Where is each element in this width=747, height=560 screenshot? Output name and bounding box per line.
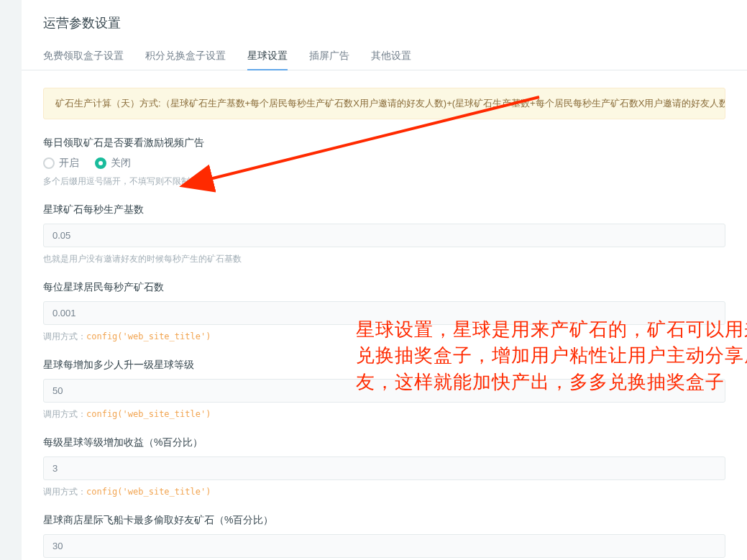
radio-off[interactable]: 关闭 <box>95 157 131 170</box>
field-ore-base: 星球矿石每秒生产基数 也就是用户没有邀请好友的时候每秒产生的矿石基数 <box>43 203 725 265</box>
help-text: 多个后缀用逗号隔开，不填写则不限制类型 <box>43 175 725 188</box>
tab-bar: 免费领取盒子设置 积分兑换盒子设置 星球设置 插屏广告 其他设置 <box>22 42 747 70</box>
ore-base-input[interactable] <box>43 224 725 247</box>
field-label: 星球商店星际飞船卡最多偷取好友矿石（%百分比） <box>43 514 725 527</box>
page-panel: 运营参数设置 免费领取盒子设置 积分兑换盒子设置 星球设置 插屏广告 其他设置 … <box>22 0 747 560</box>
field-label: 星球每增加多少人升一级星球等级 <box>43 359 725 372</box>
field-label: 每级星球等级增加收益（%百分比） <box>43 436 725 449</box>
radio-label: 开启 <box>59 157 79 170</box>
field-level-bonus: 每级星球等级增加收益（%百分比） 调用方式：config('web_site_t… <box>43 436 725 498</box>
help-text: 也就是用户没有邀请好友的时候每秒产生的矿石基数 <box>43 253 725 265</box>
form-content: 矿石生产计算（天）方式:（星球矿石生产基数+每个居民每秒生产矿石数X用户邀请的好… <box>22 70 747 560</box>
help-text: 调用方式：config('web_site_title') <box>43 408 725 421</box>
tab-points-box[interactable]: 积分兑换盒子设置 <box>145 42 226 70</box>
resident-ore-input[interactable] <box>43 301 725 325</box>
steal-max-input[interactable] <box>43 534 725 558</box>
tab-planet[interactable]: 星球设置 <box>247 42 288 70</box>
level-bonus-input[interactable] <box>43 456 725 480</box>
tab-free-box[interactable]: 免费领取盒子设置 <box>43 42 124 70</box>
radio-label: 关闭 <box>111 157 131 170</box>
ore-formula-alert: 矿石生产计算（天）方式:（星球矿石生产基数+每个居民每秒生产矿石数X用户邀请的好… <box>43 88 725 119</box>
tab-other[interactable]: 其他设置 <box>371 42 411 70</box>
field-steal-max: 星球商店星际飞船卡最多偷取好友矿石（%百分比） 所有飞船卡合计总百分比 <box>43 514 725 560</box>
field-planet-level: 星球每增加多少人升一级星球等级 调用方式：config('web_site_ti… <box>43 359 725 421</box>
page-title: 运营参数设置 <box>22 0 747 42</box>
planet-level-input[interactable] <box>43 379 725 403</box>
radio-icon <box>95 157 106 169</box>
field-label: 每位星球居民每秒产矿石数 <box>43 281 725 294</box>
field-video-ad: 每日领取矿石是否要看激励视频广告 开启 关闭 多个后缀用逗号隔开，不填写则不限制… <box>43 137 725 188</box>
help-text: 调用方式：config('web_site_title') <box>43 486 725 498</box>
radio-on[interactable]: 开启 <box>43 157 79 170</box>
field-label: 星球矿石每秒生产基数 <box>43 203 725 216</box>
field-label: 每日领取矿石是否要看激励视频广告 <box>43 137 725 150</box>
help-text: 调用方式：config('web_site_title') <box>43 331 725 343</box>
field-resident-ore: 每位星球居民每秒产矿石数 调用方式：config('web_site_title… <box>43 281 725 343</box>
radio-icon <box>43 157 55 169</box>
tab-interstitial-ad[interactable]: 插屏广告 <box>309 42 349 70</box>
